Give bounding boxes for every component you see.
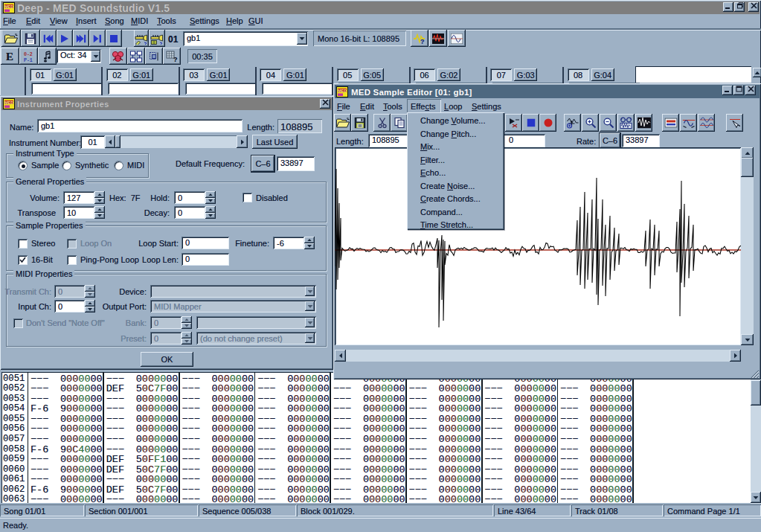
- svg-text:E: E: [6, 51, 13, 62]
- svg-text:MED: MED: [4, 100, 13, 105]
- svg-text:?: ?: [420, 38, 425, 45]
- svg-text:P-1: P-1: [24, 57, 33, 62]
- svg-text:MED: MED: [4, 4, 13, 9]
- svg-text:0-2: 0-2: [24, 51, 33, 57]
- svg-text:MED: MED: [338, 89, 347, 93]
- svg-text:?: ?: [173, 56, 178, 63]
